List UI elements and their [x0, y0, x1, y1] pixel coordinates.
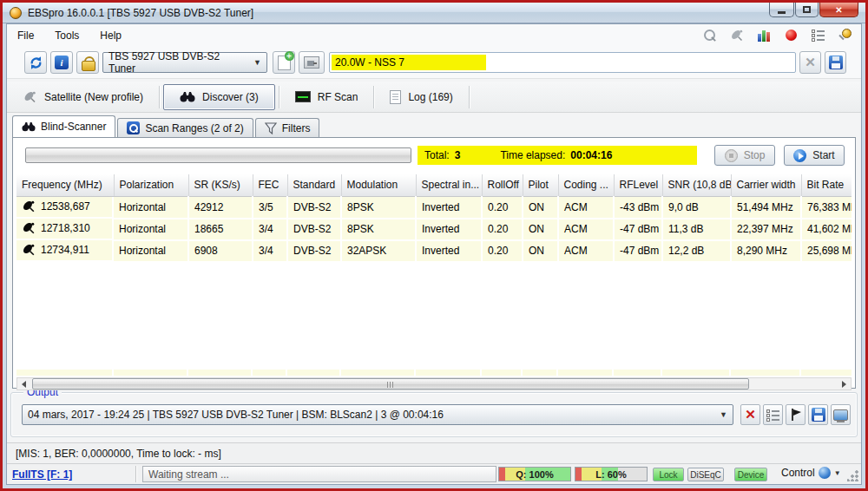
stop-icon	[725, 149, 738, 162]
table-cell: ACM	[558, 219, 614, 240]
pushpin-icon[interactable]	[837, 28, 852, 43]
elapsed-value: 00:04:16	[570, 149, 612, 161]
info-button[interactable]: i	[50, 51, 73, 74]
scan-status-row: Total: 3 Time elapsed: 00:04:16 Stop Sta…	[16, 144, 852, 167]
save-button[interactable]	[825, 51, 846, 74]
window-title: EBSpro 16.0.0.1 [TBS 5927 USB DVB-S2 Tun…	[28, 7, 253, 19]
resize-grip[interactable]	[847, 470, 858, 481]
column-header[interactable]: Carrier width	[731, 174, 801, 196]
start-icon	[793, 149, 806, 162]
maximize-button[interactable]	[795, 3, 819, 17]
flag-icon	[791, 409, 801, 421]
lock-icon	[82, 56, 94, 69]
control-icon	[819, 467, 831, 479]
flag-button[interactable]	[786, 404, 806, 425]
satellite-dish-icon[interactable]	[729, 28, 745, 43]
new-profile-button[interactable]	[273, 51, 295, 74]
column-header[interactable]: SR (KS/s)	[188, 174, 253, 196]
table-cell: -47 dBm	[614, 240, 662, 262]
binoculars-icon	[180, 91, 195, 102]
info-icon: i	[55, 56, 69, 69]
column-header[interactable]: Frequency (MHz)	[16, 174, 114, 196]
title-bar[interactable]: EBSpro 16.0.0.1 [TBS 5927 USB DVB-S2 Tun…	[3, 3, 865, 23]
lock-status-button[interactable]: Lock	[653, 468, 684, 481]
checklist-icon[interactable]	[810, 28, 825, 43]
search-icon[interactable]	[702, 28, 718, 43]
control-dropdown[interactable]: Control ▼	[781, 467, 841, 479]
total-value: 3	[455, 149, 461, 161]
table-cell: ACM	[558, 196, 614, 219]
fullts-link[interactable]: FullTS [F: 1]	[12, 468, 72, 481]
scroll-left-arrow-icon[interactable]	[17, 378, 30, 390]
start-button[interactable]: Start	[784, 145, 845, 166]
delete-output-button[interactable]: ✕	[740, 404, 760, 425]
scroll-right-arrow-icon[interactable]	[838, 378, 851, 390]
column-header[interactable]: FEC	[253, 174, 287, 196]
save-output-button[interactable]	[808, 404, 828, 425]
diseqc-button[interactable]: DiSEqC	[687, 468, 724, 481]
chevron-down-icon: ▼	[834, 469, 841, 477]
menu-help[interactable]: Help	[89, 26, 132, 45]
frequency-cell: 12718,310	[16, 219, 114, 240]
refresh-button[interactable]	[24, 51, 47, 74]
menu-file[interactable]: File	[7, 26, 44, 45]
table-header-row: Frequency (MHz)PolarizationSR (KS/s)FECS…	[16, 174, 852, 196]
table-cell: ON	[523, 240, 558, 262]
sub-tab-bar: Blind-Scanner Scan Ranges (2 of 2) Filte…	[12, 116, 321, 137]
table-cell: 18665	[188, 219, 253, 240]
bar-chart-icon[interactable]	[756, 29, 772, 42]
table-cell: -43 dBm	[614, 196, 662, 219]
horizontal-scrollbar[interactable]	[16, 377, 852, 390]
tab-filters[interactable]: Filters	[255, 118, 320, 137]
clear-button[interactable]: ✕	[799, 51, 821, 74]
tab-satellite[interactable]: Satellite (New profile)	[7, 84, 159, 110]
delete-icon: ✕	[745, 407, 756, 422]
tab-log[interactable]: Log (169)	[374, 84, 468, 110]
details-button[interactable]	[763, 404, 783, 425]
column-header[interactable]: Coding ...	[558, 174, 614, 196]
menu-tools[interactable]: Tools	[44, 26, 89, 45]
device-button[interactable]: Device	[734, 468, 767, 481]
satellite-input[interactable]: 20.0W - NSS 7	[329, 52, 796, 73]
tab-blind-scanner[interactable]: Blind-Scanner	[12, 115, 115, 137]
device-combobox-value: TBS 5927 USB DVB-S2 Tuner	[108, 50, 248, 75]
toolbar: i TBS 5927 USB DVB-S2 Tuner ▼ 20.0W - NS…	[7, 46, 861, 79]
column-header[interactable]: Standard	[287, 174, 341, 196]
level-meter: L: 60%	[575, 467, 648, 481]
satellite-dish-icon	[23, 90, 37, 104]
stop-button[interactable]: Stop	[714, 145, 775, 166]
application-window: EBSpro 16.0.0.1 [TBS 5927 USB DVB-S2 Tun…	[0, 0, 868, 491]
chevron-down-icon: ▼	[714, 410, 727, 419]
table-row[interactable]: 12734,911Horizontal69083/4DVB-S232APSKIn…	[16, 240, 852, 262]
tuner-settings-button[interactable]	[299, 51, 325, 74]
lock-button[interactable]	[76, 51, 99, 74]
column-header[interactable]: Pilot	[523, 174, 558, 196]
status-message-bar: [MIS: 1, BER: 0,0000000, Time to lock: -…	[7, 442, 861, 464]
column-header[interactable]: Modulation	[341, 174, 416, 196]
minimize-button[interactable]	[769, 3, 794, 17]
column-header[interactable]: Polarization	[114, 174, 188, 196]
column-header[interactable]: Spectral in...	[416, 174, 482, 196]
column-header[interactable]: SNR (10,8 dB)	[662, 174, 731, 196]
tab-discover[interactable]: Discover (3)	[163, 84, 275, 110]
output-combobox[interactable]: 04 mars, 2017 - 19:24 25 | TBS 5927 USB …	[22, 404, 733, 425]
column-header[interactable]: RFLevel	[614, 174, 662, 196]
tab-rf-scan[interactable]: RF Scan	[279, 84, 374, 110]
column-header[interactable]: Bit Rate	[801, 174, 852, 196]
device-combobox[interactable]: TBS 5927 USB DVB-S2 Tuner ▼	[102, 52, 267, 73]
table-cell: 32APSK	[341, 240, 416, 262]
output-group: Output 04 mars, 2017 - 19:24 25 | TBS 59…	[10, 392, 858, 437]
scrollbar-thumb[interactable]	[32, 378, 749, 390]
record-icon[interactable]	[783, 28, 799, 43]
close-button[interactable]: ✕	[819, 3, 858, 17]
bottom-status-bar: FullTS [F: 1] Waiting stream ... Q: 100%…	[7, 464, 861, 484]
table-cell: 3/5	[253, 196, 287, 219]
table-cell: 6908	[188, 240, 253, 262]
table-row[interactable]: 12718,310Horizontal186653/4DVB-S28PSKInv…	[16, 219, 852, 240]
table-row[interactable]: 12538,687Horizontal429123/5DVB-S28PSKInv…	[16, 196, 852, 219]
tv-preview-button[interactable]	[831, 404, 851, 425]
tab-scan-ranges[interactable]: Scan Ranges (2 of 2)	[117, 118, 253, 137]
column-header[interactable]: RollOff	[482, 174, 523, 196]
quality-meter: Q: 100%	[498, 467, 571, 481]
total-label: Total:	[424, 149, 450, 161]
